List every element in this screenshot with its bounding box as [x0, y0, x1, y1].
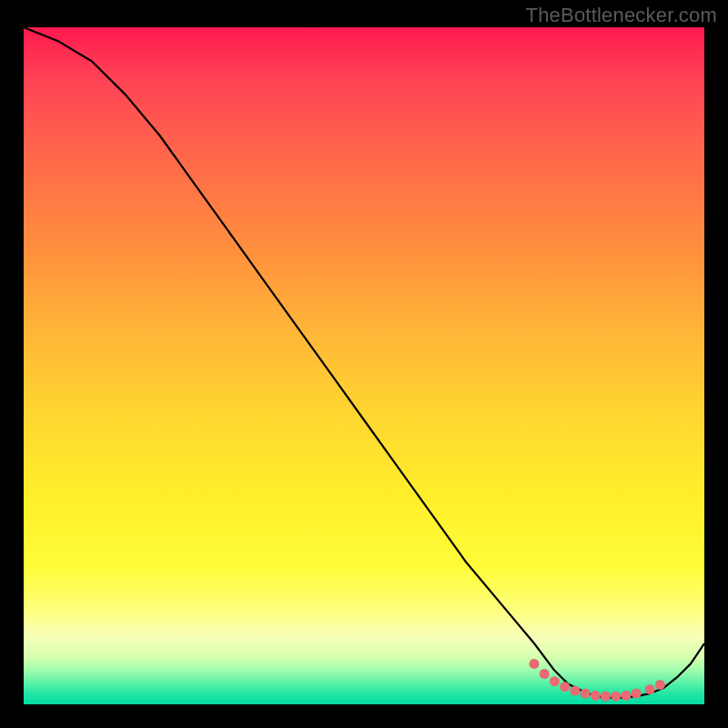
attribution-text: TheBottlenecker.com: [526, 4, 717, 27]
chart-marker-dot: [601, 692, 611, 702]
chart-marker-dot: [560, 682, 570, 692]
chart-marker-dot: [645, 684, 655, 694]
chart-marker-dot: [611, 692, 621, 702]
chart-marker-dot: [622, 691, 632, 701]
chart-marker-dot: [550, 676, 560, 686]
chart-marker-dot: [581, 689, 591, 699]
chart-line: [24, 27, 704, 698]
chart-marker-dot: [632, 689, 642, 699]
chart-gradient-background: [24, 27, 704, 704]
chart-marker-dot: [530, 659, 540, 669]
chart-marker-dot: [540, 669, 550, 679]
chart-marker-dot: [655, 680, 665, 690]
chart-svg: [24, 27, 704, 704]
chart-marker-dot: [570, 686, 580, 696]
chart-marker-dot: [591, 691, 601, 701]
